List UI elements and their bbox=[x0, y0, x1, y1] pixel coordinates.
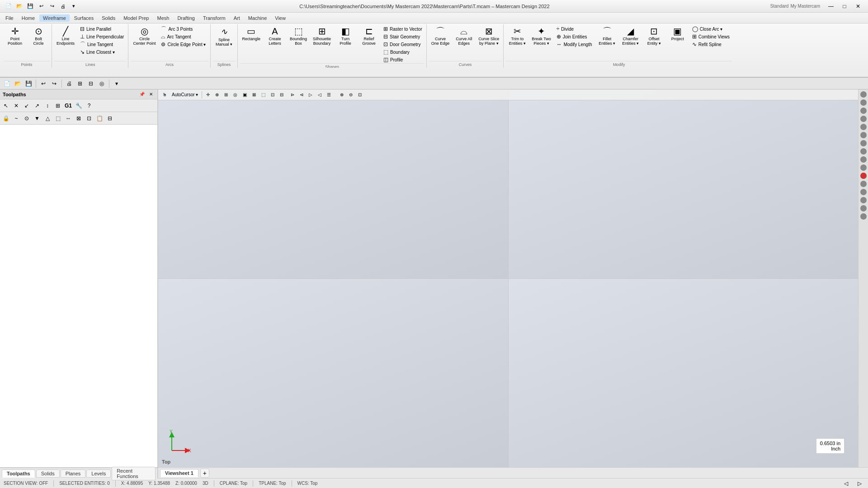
tp2-square[interactable]: ⊡ bbox=[84, 113, 94, 123]
btab-toolpaths[interactable]: Toolpaths bbox=[2, 469, 35, 478]
qa-customize[interactable]: ▾ bbox=[69, 2, 79, 11]
tp2-cross[interactable]: ⊠ bbox=[74, 113, 84, 123]
rt-dot1[interactable] bbox=[860, 91, 867, 98]
status-btn1[interactable]: ◁ bbox=[841, 479, 851, 488]
divide-button[interactable]: ÷ Divide bbox=[554, 25, 595, 33]
maximize-button[interactable]: □ bbox=[838, 2, 851, 11]
qa-new[interactable]: 📄 bbox=[4, 2, 14, 11]
menu-machine[interactable]: Machine bbox=[245, 14, 271, 22]
menu-surfaces[interactable]: Surfaces bbox=[71, 14, 97, 22]
viewport[interactable]: 🖱 AutoCursor ▾ ✛ ⊕ ⊞ ◎ ▣ ⊠ ⬚ ⊡ ⊟ ⊳ ⊲ ▷ ◁… bbox=[158, 89, 858, 467]
menu-home[interactable]: Home bbox=[18, 14, 38, 22]
relief-groove-button[interactable]: ⊏ ReliefGroove bbox=[358, 25, 380, 47]
menu-drafting[interactable]: Drafting bbox=[174, 14, 198, 22]
viewport-pane-bottom-left[interactable]: X Y Top bbox=[158, 279, 508, 468]
join-entities-button[interactable]: ⊕ Join Entities bbox=[554, 33, 595, 40]
tb-save[interactable]: 💾 bbox=[24, 79, 33, 89]
ac-btn14[interactable]: ☰ bbox=[325, 90, 333, 99]
ac-btn13[interactable]: ◁ bbox=[316, 90, 324, 99]
combine-views-button[interactable]: ⊞ Combine Views bbox=[690, 33, 732, 40]
spline-manual-button[interactable]: ∿ SplineManual ▾ bbox=[213, 25, 236, 48]
btab-levels[interactable]: Levels bbox=[86, 469, 111, 478]
rectangle-button[interactable]: ▭ Rectangle bbox=[240, 25, 263, 42]
menu-view[interactable]: View bbox=[271, 14, 289, 22]
tp-select[interactable]: ↖ bbox=[1, 101, 11, 111]
btab-solids[interactable]: Solids bbox=[36, 469, 60, 478]
bounding-box-button[interactable]: ⬚ BoundingBox bbox=[287, 25, 310, 47]
menu-solids[interactable]: Solids bbox=[98, 14, 119, 22]
ac-btn7[interactable]: ⬚ bbox=[259, 90, 268, 99]
tb-b4[interactable]: ▾ bbox=[112, 79, 122, 89]
stair-geometry-button[interactable]: ⊟ Stair Geometry bbox=[381, 33, 425, 40]
chamfer-entities-button[interactable]: ◢ ChamferEntities ▾ bbox=[619, 25, 642, 47]
tp-select4[interactable]: ↕ bbox=[42, 101, 52, 111]
ac-zoom-in[interactable]: ⊕ bbox=[338, 90, 346, 99]
tp-help[interactable]: ? bbox=[84, 101, 94, 111]
arc-3-points-button[interactable]: ⌒ Arc 3 Points bbox=[159, 25, 208, 33]
menu-mesh[interactable]: Mesh bbox=[153, 14, 173, 22]
tp2-box[interactable]: ⬚ bbox=[53, 113, 63, 123]
ac-btn8[interactable]: ⊡ bbox=[269, 90, 277, 99]
point-position-button[interactable]: ✛ PointPosition bbox=[4, 25, 26, 47]
rt-dot12[interactable] bbox=[860, 181, 867, 187]
qa-open[interactable]: 📂 bbox=[14, 2, 24, 11]
tp2-down[interactable]: ▼ bbox=[32, 113, 42, 123]
menu-wireframe[interactable]: Wireframe bbox=[39, 14, 70, 22]
menu-transform[interactable]: Transform bbox=[199, 14, 229, 22]
offset-entity-button[interactable]: ⊡ OffsetEntity ▾ bbox=[643, 25, 665, 47]
menu-art[interactable]: Art bbox=[230, 14, 244, 22]
rt-dot16[interactable] bbox=[860, 213, 867, 220]
curve-all-edges-button[interactable]: ⌓ Curve AllEdges bbox=[453, 25, 475, 47]
circle-center-point-button[interactable]: ◎ CircleCenter Point bbox=[131, 25, 158, 47]
tp2-lock[interactable]: 🔒 bbox=[1, 113, 11, 123]
tb-open[interactable]: 📂 bbox=[13, 79, 23, 89]
ac-btn9[interactable]: ⊟ bbox=[278, 90, 286, 99]
tb-new[interactable]: 📄 bbox=[2, 79, 12, 89]
menu-file[interactable]: File bbox=[2, 14, 17, 22]
bolt-circle-button[interactable]: ⊙ BoltCircle bbox=[27, 25, 50, 47]
ac-btn4[interactable]: ◎ bbox=[231, 90, 240, 99]
tb-b3[interactable]: ◎ bbox=[97, 79, 107, 89]
tb-print[interactable]: 🖨 bbox=[64, 79, 74, 89]
close-arc-button[interactable]: ◯ Close Arc ▾ bbox=[690, 25, 732, 33]
create-letters-button[interactable]: A CreateLetters bbox=[264, 25, 286, 47]
rt-dot14[interactable] bbox=[860, 197, 867, 203]
ac-btn11[interactable]: ⊲ bbox=[297, 90, 306, 99]
circle-edge-point-button[interactable]: ⊚ Circle Edge Point ▾ bbox=[159, 41, 208, 48]
tb-b2[interactable]: ⊟ bbox=[86, 79, 96, 89]
rt-dot15[interactable] bbox=[860, 205, 867, 211]
rt-dot9[interactable] bbox=[860, 156, 867, 163]
turn-profile-button[interactable]: ◧ TurnProfile bbox=[334, 25, 357, 47]
close-button[interactable]: ✕ bbox=[852, 2, 864, 11]
add-viewsheet-button[interactable]: + bbox=[200, 469, 209, 478]
silhouette-boundary-button[interactable]: ⊞ SilhouetteBoundary bbox=[311, 25, 333, 47]
tp2-minus[interactable]: ⊟ bbox=[105, 113, 115, 123]
tp-remove[interactable]: ✕ bbox=[11, 101, 21, 111]
rt-dot-red[interactable] bbox=[860, 173, 867, 179]
ac-zoom-out[interactable]: ⊖ bbox=[347, 90, 355, 99]
qa-undo[interactable]: ↩ bbox=[36, 2, 46, 11]
viewport-pane-top-left[interactable] bbox=[158, 89, 508, 278]
ac-cursor-toggle[interactable]: 🖱 bbox=[160, 90, 169, 99]
tp-select2[interactable]: ↙ bbox=[22, 101, 32, 111]
trim-to-entities-button[interactable]: ✂ Trim toEntities ▾ bbox=[506, 25, 528, 47]
tp2-up[interactable]: △ bbox=[42, 113, 52, 123]
ac-btn1[interactable]: ✛ bbox=[204, 90, 212, 99]
line-tangent-button[interactable]: ⌒ Line Tangent bbox=[78, 41, 126, 48]
tp-tool[interactable]: 🔧 bbox=[74, 101, 84, 111]
tp2-wave[interactable]: ~ bbox=[11, 113, 21, 123]
menu-model-prep[interactable]: Model Prep bbox=[120, 14, 152, 22]
ac-btn5[interactable]: ▣ bbox=[241, 90, 249, 99]
tp2-leftright[interactable]: ↔ bbox=[63, 113, 73, 123]
tp-g1[interactable]: G1 bbox=[63, 101, 73, 111]
btab-recent-functions[interactable]: Recent Functions bbox=[112, 467, 156, 480]
ac-btn2[interactable]: ⊕ bbox=[213, 90, 221, 99]
rt-dot8[interactable] bbox=[860, 148, 867, 155]
viewport-pane-bottom-right[interactable] bbox=[509, 279, 859, 468]
ac-btn6[interactable]: ⊠ bbox=[250, 90, 258, 99]
viewsheet-1[interactable]: Viewsheet 1 bbox=[160, 469, 198, 477]
line-parallel-button[interactable]: ⊟ Line Parallel bbox=[78, 25, 126, 33]
viewport-pane-top-right[interactable] bbox=[509, 89, 859, 278]
tp2-clipboard[interactable]: 📋 bbox=[94, 113, 104, 123]
line-endpoints-button[interactable]: ╱ LineEndpoints bbox=[54, 25, 77, 47]
